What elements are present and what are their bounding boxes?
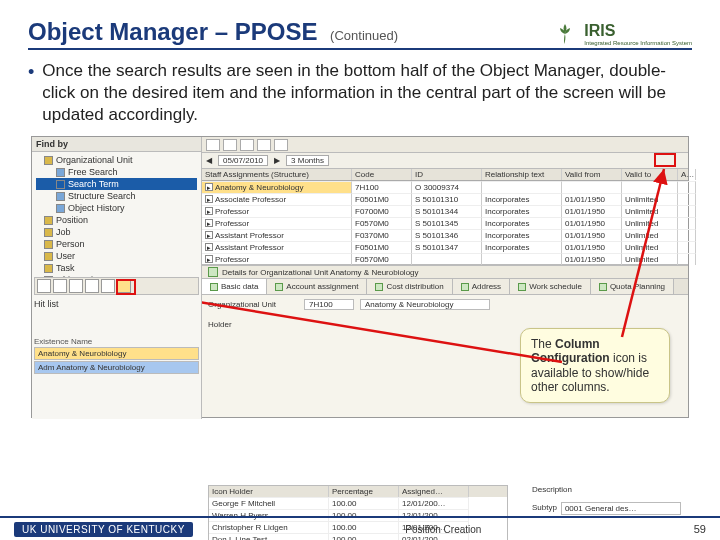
grid-column-header[interactable]: A… [678,169,696,180]
next-arrow-icon[interactable]: ▶ [274,156,280,165]
grid-cell: Incorporates [482,217,562,229]
iris-flower-icon [550,22,580,46]
tab-label: Cost distribution [386,282,443,291]
tree-item[interactable]: Position [36,214,197,226]
tree-item-icon [44,156,53,165]
staff-grid: Staff Assignments (Structure)CodeIDRelat… [202,169,688,265]
toolbar-button[interactable] [101,279,115,293]
grid-cell: ▸Professor [202,253,352,265]
subtyp-label: Subtyp [532,503,557,512]
tab-label: Account assignment [286,282,358,291]
tree-item[interactable]: Person [36,238,197,250]
details-bar: Details for Organizational Unit Anatomy … [202,265,688,279]
expand-icon[interactable]: ▸ [205,243,213,251]
grid-row[interactable]: ▸Anatomy & Neurobiology7H100O 30009374 [202,181,688,193]
grid-row[interactable]: ▸ProfessorF0570M001/01/1950Unlimited [202,253,688,265]
grid-column-header[interactable]: ID [412,169,482,180]
tab-label: Address [472,282,501,291]
expand-icon[interactable]: ▸ [205,195,213,203]
grid-cell [678,229,696,241]
detail-tab[interactable]: Address [453,279,510,294]
toolbar-button[interactable] [223,139,237,151]
grid-column-header[interactable]: Staff Assignments (Structure) [202,169,352,180]
grid-cell: 01/01/1950 [562,241,622,253]
grid-cell: ▸Associate Professor [202,193,352,205]
grid-cell: F0370M0 [352,229,412,241]
tree-item[interactable]: Structure Search [36,190,197,202]
toolbar-button[interactable] [257,139,271,151]
detail-tab[interactable]: Quota Planning [591,279,674,294]
detail-tab[interactable]: Cost distribution [367,279,452,294]
highlight-box-top [654,153,676,167]
grid-row[interactable]: ▸ProfessorF0570M0S 50101345Incorporates0… [202,217,688,229]
grid-column-header[interactable]: Code [352,169,412,180]
org-unit-name: Anatomy & Neurobiology [360,299,490,310]
grid-cell [562,181,622,193]
grid-cell: 01/01/1950 [562,217,622,229]
prev-arrow-icon[interactable]: ◀ [206,156,212,165]
page-number: 59 [694,523,706,535]
detail-tab[interactable]: Account assignment [267,279,367,294]
holder-row[interactable]: George F Mitchell100.0012/01/200… [209,497,507,509]
tree-item-label: Task [56,263,75,273]
toolbar-button[interactable] [37,279,51,293]
detail-tab[interactable]: Work schedule [510,279,591,294]
grid-cell: Incorporates [482,241,562,253]
date-bar: ◀ 05/07/2010 ▶ 3 Months [202,153,688,169]
span-field[interactable]: 3 Months [286,155,329,166]
expand-icon[interactable]: ▸ [205,207,213,215]
grid-cell: Incorporates [482,193,562,205]
grid-cell [678,181,696,193]
expand-icon[interactable]: ▸ [205,231,213,239]
holder-label: Holder [208,320,298,329]
grid-cell: Unlimited [622,193,678,205]
toolbar-button[interactable] [85,279,99,293]
bullet-item: • Once the search results are seen in th… [28,60,692,126]
grid-cell: 7H100 [352,181,412,193]
grid-cell: Unlimited [622,217,678,229]
tree-item[interactable]: Task [36,262,197,274]
expand-icon[interactable]: ▸ [205,255,213,263]
tree-item[interactable]: Organizational Unit [36,154,197,166]
hitlist-row[interactable]: Anatomy & Neurobiology [34,347,199,360]
check-icon [599,283,607,291]
toolbar-button[interactable] [206,139,220,151]
expand-icon[interactable]: ▸ [205,183,213,191]
grid-column-header[interactable]: Valid from [562,169,622,180]
grid-cell [678,241,696,253]
tree-item-label: Organizational Unit [56,155,133,165]
grid-cell [678,193,696,205]
tree-item[interactable]: Search Term [36,178,197,190]
toolbar-button[interactable] [69,279,83,293]
grid-cell: F0570M0 [352,253,412,265]
toolbar-button[interactable] [240,139,254,151]
toolbar-button[interactable] [274,139,288,151]
tree-item[interactable]: Object History [36,202,197,214]
description-block: Description Subtyp 0001 General des… [532,485,681,515]
hitlist-row[interactable]: Adm Anatomy & Neurobiology [34,361,199,374]
slide-footer: UK UNIVERSITY OF KENTUCKY Position Creat… [0,516,720,540]
grid-cell [678,205,696,217]
grid-cell: S 50101345 [412,217,482,229]
tree-item-label: Person [56,239,85,249]
grid-cell: Unlimited [622,205,678,217]
check-icon [208,267,218,277]
tree-item[interactable]: Free Search [36,166,197,178]
grid-column-header[interactable]: Valid to [622,169,678,180]
tree-item-label: User [56,251,75,261]
grid-cell: Incorporates [482,229,562,241]
date-field[interactable]: 05/07/2010 [218,155,268,166]
expand-icon[interactable]: ▸ [205,219,213,227]
tree-item-icon [44,216,53,225]
detail-tab[interactable]: Basic data [202,279,267,294]
grid-cell: F0570M0 [352,217,412,229]
tree-item[interactable]: Job [36,226,197,238]
grid-column-header[interactable]: Relationship text [482,169,562,180]
toolbar-button[interactable] [53,279,67,293]
grid-row[interactable]: ▸Associate ProfessorF0501M0S 50101310Inc… [202,193,688,205]
tree-item[interactable]: User [36,250,197,262]
grid-row[interactable]: ▸ProfessorF0700M0S 50101344Incorporates0… [202,205,688,217]
grid-row[interactable]: ▸Assistant ProfessorF0370M0S 50101346Inc… [202,229,688,241]
grid-row[interactable]: ▸Assistant ProfessorF0501M0S 50101347Inc… [202,241,688,253]
grid-cell: ▸Assistant Professor [202,229,352,241]
